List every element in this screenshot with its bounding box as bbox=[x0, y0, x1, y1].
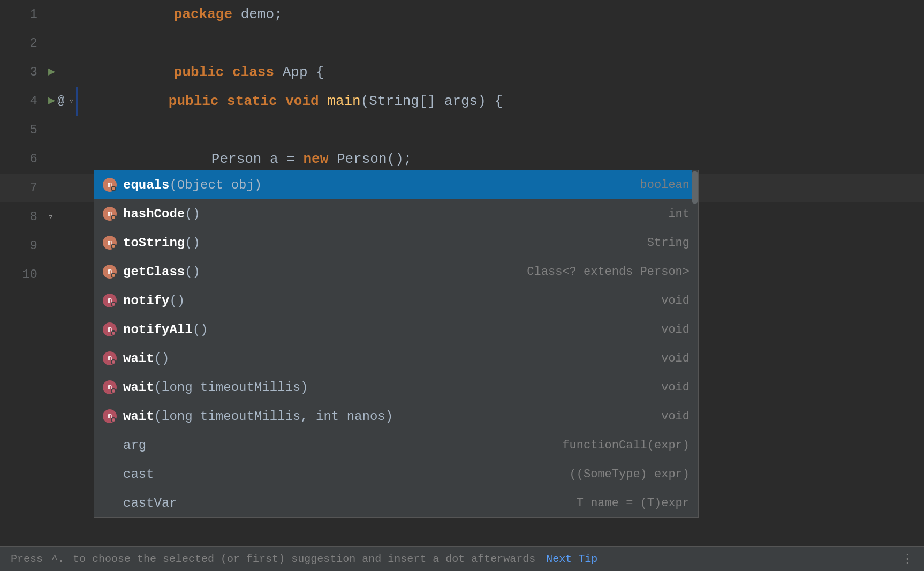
item-type-wait: void bbox=[661, 352, 690, 365]
line-number-3: 3 bbox=[0, 58, 48, 87]
at-icon-4: @ bbox=[57, 87, 64, 116]
vertical-bar-4 bbox=[76, 87, 78, 116]
method-icon-notifyall: m bbox=[103, 322, 117, 336]
item-type-tostring: String bbox=[647, 236, 690, 250]
code-editor: 1 package demo; 2 3 ▶ public class App {… bbox=[0, 0, 924, 571]
item-type-castvar: T name = (T)expr bbox=[577, 497, 690, 510]
method-icon-equals: m bbox=[103, 178, 117, 192]
line-number-6: 6 bbox=[0, 145, 48, 174]
package-name: demo bbox=[241, 6, 274, 22]
item-name-getclass: getClass() bbox=[123, 265, 527, 279]
item-type-cast: ((SomeType) expr) bbox=[570, 468, 690, 481]
item-name-cast: cast bbox=[123, 467, 570, 482]
item-type-wait-long: void bbox=[661, 381, 690, 394]
constructor-call: (); bbox=[387, 151, 412, 167]
bookmark-icon-4: ▿ bbox=[69, 87, 74, 116]
line-number-10: 10 bbox=[0, 260, 48, 289]
item-name-tostring: toString() bbox=[123, 236, 647, 250]
method-icon-hashcode: m bbox=[103, 207, 117, 221]
options-menu-icon[interactable]: ⋮ bbox=[902, 552, 913, 566]
run-icon-4[interactable]: ▶ bbox=[48, 87, 55, 116]
item-type-arg: functionCall(expr) bbox=[562, 439, 690, 452]
method-icon-tostring: m bbox=[103, 236, 117, 250]
line-number-9: 9 bbox=[0, 231, 48, 260]
type-person-2: Person bbox=[337, 151, 387, 167]
item-name-hashcode: hashCode() bbox=[123, 207, 668, 221]
item-name-notifyall: notifyAll() bbox=[123, 322, 661, 337]
equals-sign: = bbox=[286, 151, 303, 167]
method-icon-wait: m bbox=[103, 351, 117, 365]
autocomplete-item-tostring[interactable]: m toString() String bbox=[94, 228, 698, 257]
autocomplete-item-cast[interactable]: cast ((SomeType) expr) bbox=[94, 460, 698, 489]
press-label: Press bbox=[11, 553, 43, 565]
status-bar: Press ^. to choose the selected (or firs… bbox=[0, 546, 924, 571]
item-name-wait: wait() bbox=[123, 351, 661, 366]
kw-void: void bbox=[285, 93, 327, 109]
next-tip-link[interactable]: Next Tip bbox=[546, 553, 597, 565]
method-icon-wait-long: m bbox=[103, 380, 117, 394]
method-icon-notify: m bbox=[103, 294, 117, 307]
autocomplete-item-castvar[interactable]: castVar T name = (T)expr bbox=[94, 489, 698, 517]
item-name-castvar: castVar bbox=[123, 496, 577, 510]
item-type-equals: boolean bbox=[640, 178, 690, 192]
kw-new: new bbox=[303, 151, 336, 167]
item-name-wait-long-int: wait(long timeoutMillis, int nanos) bbox=[123, 409, 661, 424]
line-number-4: 4 bbox=[0, 87, 48, 116]
item-name-wait-long: wait(long timeoutMillis) bbox=[123, 380, 661, 395]
param-args: args bbox=[444, 93, 478, 109]
code-line-1: 1 package demo; bbox=[0, 0, 924, 29]
method-main: main bbox=[327, 93, 360, 109]
item-name-arg: arg bbox=[123, 438, 562, 453]
paren-close: ) { bbox=[478, 93, 503, 109]
gutter-3: ▶ bbox=[48, 58, 102, 87]
kw-static: static bbox=[227, 93, 285, 109]
shortcut-key: ^. bbox=[51, 553, 64, 565]
scrollbar-thumb bbox=[692, 171, 698, 204]
autocomplete-item-getclass[interactable]: m getClass() Class<? extends Person> bbox=[94, 257, 698, 286]
autocomplete-item-notify[interactable]: m notify() void bbox=[94, 286, 698, 315]
autocomplete-item-equals[interactable]: m equals(Object obj) boolean bbox=[94, 170, 698, 199]
autocomplete-list: m equals(Object obj) boolean m hashCode(… bbox=[94, 170, 698, 517]
line-number-8: 8 bbox=[0, 202, 48, 231]
autocomplete-item-wait[interactable]: m wait() void bbox=[94, 344, 698, 373]
autocomplete-item-hashcode[interactable]: m hashCode() int bbox=[94, 199, 698, 228]
autocomplete-item-wait-long[interactable]: m wait(long timeoutMillis) void bbox=[94, 373, 698, 402]
item-type-notify: void bbox=[661, 294, 690, 307]
autocomplete-dropdown: m equals(Object obj) boolean m hashCode(… bbox=[94, 170, 699, 518]
keyword-package: package bbox=[174, 6, 241, 22]
autocomplete-item-notifyall[interactable]: m notifyAll() void bbox=[94, 315, 698, 344]
line-number-7: 7 bbox=[0, 174, 48, 202]
item-type-notifyall: void bbox=[661, 323, 690, 336]
run-icon-3[interactable]: ▶ bbox=[48, 58, 55, 87]
autocomplete-item-wait-long-int[interactable]: m wait(long timeoutMillis, int nanos) vo… bbox=[94, 402, 698, 431]
line-number-5: 5 bbox=[0, 116, 48, 145]
item-type-wait-long-int: void bbox=[661, 410, 690, 423]
brackets: [] bbox=[419, 93, 444, 109]
kw-public-2: public bbox=[169, 93, 227, 109]
status-description: to choose the selected (or first) sugges… bbox=[73, 553, 535, 565]
autocomplete-item-arg[interactable]: arg functionCall(expr) bbox=[94, 431, 698, 460]
bookmark-icon-8: ▿ bbox=[48, 202, 54, 231]
item-name-equals: equals(Object obj) bbox=[123, 178, 640, 192]
type-string: String bbox=[369, 93, 419, 109]
status-text: Press ^. to choose the selected (or firs… bbox=[11, 553, 893, 565]
line-number-1: 1 bbox=[0, 0, 48, 29]
item-name-notify: notify() bbox=[123, 294, 661, 308]
method-icon-getclass: m bbox=[103, 265, 117, 279]
item-type-hashcode: int bbox=[668, 207, 690, 221]
var-a: a bbox=[270, 151, 286, 167]
item-type-getclass: Class<? extends Person> bbox=[527, 265, 690, 279]
autocomplete-scrollbar[interactable] bbox=[692, 170, 698, 517]
paren-open: ( bbox=[361, 93, 369, 109]
method-icon-wait-long-int: m bbox=[103, 409, 117, 423]
line-number-2: 2 bbox=[0, 29, 48, 58]
semicolon: ; bbox=[274, 6, 283, 22]
code-line-4: 4 ▶ @ ▿ public static void main(String[]… bbox=[0, 87, 924, 116]
gutter-4: ▶ @ ▿ bbox=[48, 87, 102, 116]
